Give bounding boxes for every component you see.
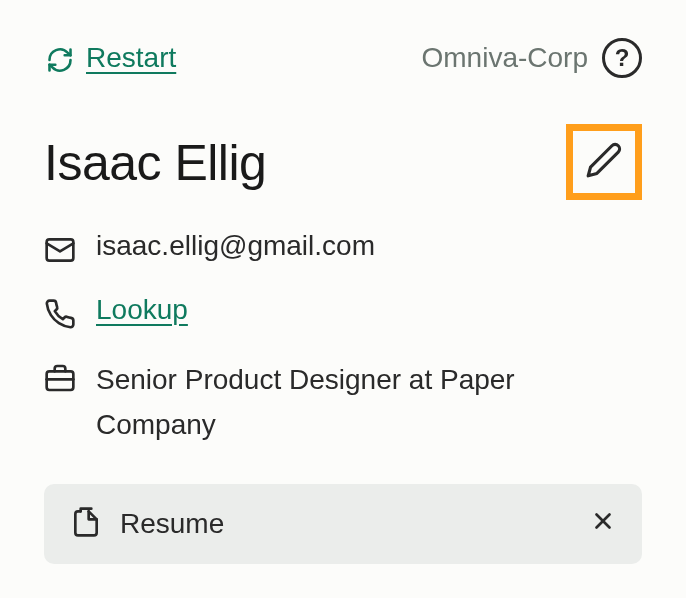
- mail-icon: [44, 234, 76, 266]
- phone-row: Lookup: [44, 294, 642, 330]
- job-title: Senior Product Designer at Paper Company: [96, 358, 642, 448]
- attachment-left: Resume: [70, 506, 224, 542]
- svg-rect-1: [47, 371, 74, 390]
- document-icon: [70, 506, 102, 542]
- refresh-icon: [44, 44, 76, 76]
- job-row: Senior Product Designer at Paper Company: [44, 358, 642, 448]
- candidate-name: Isaac Ellig: [44, 134, 266, 192]
- restart-label: Restart: [86, 42, 176, 74]
- attachment-label: Resume: [120, 508, 224, 540]
- phone-lookup-link[interactable]: Lookup: [96, 294, 188, 326]
- pencil-icon: [585, 141, 623, 183]
- org-name: Omniva-Corp: [422, 42, 588, 74]
- email-value: isaac.ellig@gmail.com: [96, 230, 375, 262]
- name-row: Isaac Ellig: [44, 134, 642, 200]
- help-icon[interactable]: ?: [602, 38, 642, 78]
- restart-link[interactable]: Restart: [44, 40, 176, 76]
- close-icon[interactable]: [590, 507, 616, 541]
- briefcase-icon: [44, 362, 76, 394]
- email-row: isaac.ellig@gmail.com: [44, 230, 642, 266]
- header-right: Omniva-Corp ?: [422, 38, 642, 78]
- header: Restart Omniva-Corp ?: [44, 38, 642, 78]
- edit-button[interactable]: [566, 124, 642, 200]
- phone-icon: [44, 298, 76, 330]
- attachment-chip[interactable]: Resume: [44, 484, 642, 564]
